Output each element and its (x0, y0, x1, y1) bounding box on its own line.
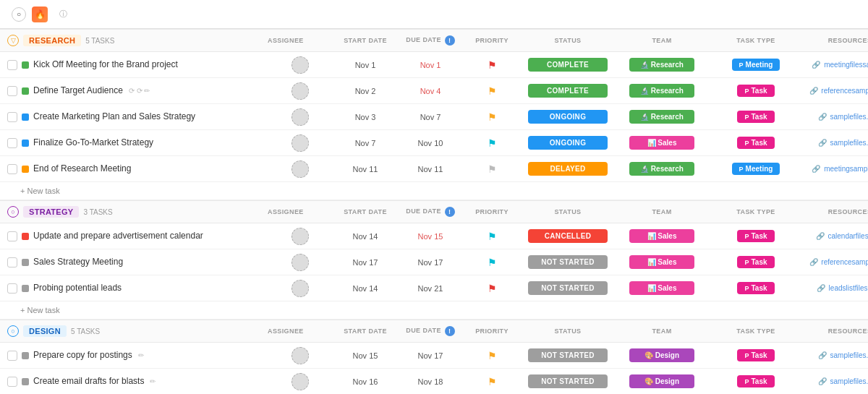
task-type-icon: P (744, 285, 749, 292)
priority-cell[interactable]: ⚑ (463, 376, 521, 387)
due-date-cell[interactable]: Nov 17 (398, 351, 463, 360)
priority-cell[interactable]: ⚑ (463, 231, 521, 242)
task-checkbox[interactable] (7, 60, 17, 70)
status-cell[interactable]: CANCELLED (521, 229, 615, 243)
due-date-cell[interactable]: Nov 17 (398, 258, 463, 267)
resource-link[interactable]: meetingsamplefile.s (824, 165, 868, 173)
task-type-cell[interactable]: P Meeting (709, 163, 803, 175)
task-checkbox[interactable] (7, 351, 17, 361)
task-type-cell[interactable]: P Task (709, 230, 803, 242)
priority-cell[interactable]: ⚑ (463, 59, 521, 71)
resource-link[interactable]: samplefiles.com (830, 351, 868, 359)
section-toggle-research[interactable]: ▽ (7, 35, 19, 46)
priority-cell[interactable]: ⚑ (463, 283, 521, 294)
team-cell[interactable]: 🔬 Research (615, 110, 709, 124)
team-cell[interactable]: 📊 Sales (615, 229, 709, 243)
status-cell[interactable]: ONGOING (521, 136, 615, 150)
assignee-cell (268, 160, 333, 178)
priority-cell[interactable]: ⚑ (463, 137, 521, 149)
priority-flag: ⚑ (488, 163, 497, 175)
new-task-row[interactable]: + New task (0, 301, 868, 320)
task-color-dot (22, 166, 29, 173)
due-date-cell[interactable]: Nov 21 (398, 284, 463, 293)
sections-container: ▽ RESEARCH 5 TASKS ASSIGNEE START DATE D… (0, 29, 868, 394)
avatar (292, 280, 309, 297)
due-date-cell[interactable]: Nov 7 (398, 113, 463, 121)
due-date-cell[interactable]: Nov 15 (398, 232, 463, 241)
status-cell[interactable]: NOT STARTED (521, 281, 615, 295)
status-cell[interactable]: ONGOING (521, 110, 615, 124)
task-checkbox[interactable] (7, 138, 17, 148)
priority-cell[interactable]: ⚑ (463, 350, 521, 361)
task-type-cell[interactable]: P Task (709, 349, 803, 361)
task-type-cell[interactable]: P Task (709, 256, 803, 268)
team-cell[interactable]: 🔬 Research (615, 58, 709, 72)
team-cell[interactable]: 📊 Sales (615, 136, 709, 150)
task-checkbox[interactable] (7, 257, 17, 267)
section-label-strategy: STRATEGY (23, 206, 79, 218)
team-cell[interactable]: 📊 Sales (615, 255, 709, 269)
resource-link[interactable]: calendarfiles.com (827, 232, 868, 240)
section-toggle-strategy[interactable]: ○ (7, 206, 19, 218)
status-badge: COMPLETE (528, 58, 608, 72)
status-cell[interactable]: DELAYED (521, 162, 615, 176)
edit-icon[interactable]: ✏ (138, 351, 144, 359)
section-title-area: ○ STRATEGY 3 TASKS (7, 206, 268, 218)
due-date-cell[interactable]: Nov 1 (398, 61, 463, 69)
priority-cell[interactable]: ⚑ (463, 163, 521, 175)
resource-icon: 🔗 (818, 351, 827, 359)
task-checkbox[interactable] (7, 231, 17, 241)
team-cell[interactable]: 📊 Sales (615, 281, 709, 295)
due-date-cell[interactable]: Nov 11 (398, 165, 463, 174)
task-type-cell[interactable]: P Task (709, 375, 803, 387)
task-color-dot (22, 114, 29, 121)
team-cell[interactable]: 🎨 Design (615, 374, 709, 388)
team-cell[interactable]: 🎨 Design (615, 348, 709, 362)
task-type-cell[interactable]: P Task (709, 111, 803, 123)
task-checkbox[interactable] (7, 377, 17, 387)
status-cell[interactable]: NOT STARTED (521, 374, 615, 388)
resource-link[interactable]: referencesample.com (821, 87, 868, 95)
task-type-icon: P (744, 114, 749, 121)
section-header-design: ○ DESIGN 5 TASKS ASSIGNEE START DATE DUE… (0, 320, 868, 343)
task-type-badge: P Task (737, 85, 774, 97)
section-toggle-design[interactable]: ○ (7, 325, 19, 337)
status-cell[interactable]: NOT STARTED (521, 255, 615, 269)
resource-icon: 🔗 (809, 87, 818, 95)
task-checkbox[interactable] (7, 164, 17, 174)
new-task-header-button[interactable] (73, 13, 82, 16)
status-cell[interactable]: COMPLETE (521, 84, 615, 98)
info-icon[interactable]: ⓘ (59, 9, 67, 20)
task-type-cell[interactable]: P Task (709, 137, 803, 149)
priority-cell[interactable]: ⚑ (463, 111, 521, 123)
section-title-area: ○ DESIGN 5 TASKS (7, 325, 268, 337)
status-cell[interactable]: COMPLETE (521, 58, 615, 72)
resource-link[interactable]: leadslistfiles.com (829, 284, 868, 292)
back-button[interactable]: ○ (12, 7, 26, 22)
priority-cell[interactable]: ⚑ (463, 257, 521, 268)
priority-cell[interactable]: ⚑ (463, 85, 521, 97)
edit-icon[interactable]: ✏ (150, 377, 156, 385)
task-checkbox[interactable] (7, 112, 17, 122)
resource-link[interactable]: samplefiles.com (830, 139, 868, 147)
due-date-cell[interactable]: Nov 4 (398, 87, 463, 95)
resource-link[interactable]: samplefiles.com (830, 113, 868, 121)
task-type-cell[interactable]: P Task (709, 282, 803, 294)
due-date-cell[interactable]: Nov 18 (398, 377, 463, 386)
team-cell[interactable]: 🔬 Research (615, 84, 709, 98)
task-type-cell[interactable]: P Meeting (709, 59, 803, 71)
task-type-cell[interactable]: P Task (709, 85, 803, 97)
task-checkbox[interactable] (7, 283, 17, 294)
resource-link[interactable]: meetingfilessample. (824, 61, 868, 69)
team-cell[interactable]: 🔬 Research (615, 162, 709, 176)
resource-link[interactable]: samplefiles.com (830, 377, 868, 385)
task-name: Finalize Go-To-Market Strategy (33, 137, 153, 149)
resource-icon: 🔗 (809, 258, 818, 266)
new-task-row[interactable]: + New task (0, 182, 868, 200)
status-cell[interactable]: NOT STARTED (521, 348, 615, 362)
status-badge: NOT STARTED (528, 348, 608, 362)
task-name-cell: Sales Strategy Meeting (7, 254, 268, 271)
resource-link[interactable]: referencesample.com (821, 258, 868, 266)
task-checkbox[interactable] (7, 86, 17, 96)
due-date-cell[interactable]: Nov 10 (398, 139, 463, 147)
